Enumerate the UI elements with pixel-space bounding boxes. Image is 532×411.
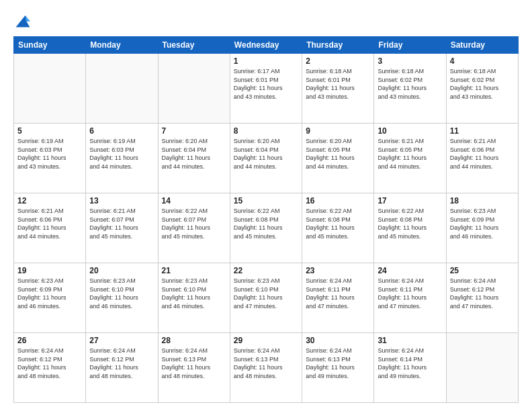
calendar-cell-w2d2: 14Sunrise: 6:22 AM Sunset: 6:07 PM Dayli… — [158, 193, 230, 263]
day-info: Sunrise: 6:21 AM Sunset: 6:05 PM Dayligh… — [378, 137, 442, 171]
calendar-cell-w1d2: 7Sunrise: 6:20 AM Sunset: 6:04 PM Daylig… — [158, 124, 230, 193]
day-number: 28 — [162, 336, 226, 345]
day-info: Sunrise: 6:20 AM Sunset: 6:04 PM Dayligh… — [162, 137, 226, 171]
day-header-thursday: Thursday — [302, 37, 374, 54]
day-info: Sunrise: 6:22 AM Sunset: 6:07 PM Dayligh… — [162, 207, 226, 240]
day-info: Sunrise: 6:22 AM Sunset: 6:08 PM Dayligh… — [378, 207, 442, 240]
day-number: 21 — [162, 266, 226, 275]
day-info: Sunrise: 6:24 AM Sunset: 6:13 PM Dayligh… — [306, 347, 370, 380]
day-header-friday: Friday — [374, 37, 446, 54]
calendar-cell-w3d0: 19Sunrise: 6:23 AM Sunset: 6:09 PM Dayli… — [14, 263, 86, 333]
day-info: Sunrise: 6:22 AM Sunset: 6:08 PM Dayligh… — [234, 207, 298, 240]
page: SundayMondayTuesdayWednesdayThursdayFrid… — [0, 0, 532, 411]
day-number: 23 — [306, 266, 370, 275]
day-number: 18 — [450, 196, 515, 205]
day-info: Sunrise: 6:24 AM Sunset: 6:12 PM Dayligh… — [450, 277, 515, 310]
day-info: Sunrise: 6:23 AM Sunset: 6:09 PM Dayligh… — [17, 277, 82, 310]
week-row-1: 5Sunrise: 6:19 AM Sunset: 6:03 PM Daylig… — [14, 124, 519, 193]
day-info: Sunrise: 6:20 AM Sunset: 6:04 PM Dayligh… — [234, 137, 298, 171]
day-info: Sunrise: 6:24 AM Sunset: 6:14 PM Dayligh… — [378, 347, 442, 380]
calendar-header: SundayMondayTuesdayWednesdayThursdayFrid… — [14, 37, 519, 54]
calendar-cell-w0d5: 3Sunrise: 6:18 AM Sunset: 6:02 PM Daylig… — [374, 54, 446, 124]
calendar-cell-w4d0: 26Sunrise: 6:24 AM Sunset: 6:12 PM Dayli… — [14, 333, 86, 403]
day-number: 9 — [306, 126, 370, 136]
calendar-cell-w3d3: 22Sunrise: 6:23 AM Sunset: 6:10 PM Dayli… — [230, 263, 302, 333]
day-info: Sunrise: 6:18 AM Sunset: 6:02 PM Dayligh… — [378, 67, 442, 101]
day-number: 31 — [378, 336, 442, 345]
calendar-cell-w2d1: 13Sunrise: 6:21 AM Sunset: 6:07 PM Dayli… — [86, 193, 158, 263]
day-number: 16 — [306, 196, 370, 205]
day-number: 24 — [378, 266, 442, 275]
day-number: 30 — [306, 336, 370, 345]
calendar-cell-w0d2 — [158, 54, 230, 124]
day-number: 6 — [89, 126, 154, 136]
calendar-cell-w3d1: 20Sunrise: 6:23 AM Sunset: 6:10 PM Dayli… — [86, 263, 158, 333]
week-row-0: 1Sunrise: 6:17 AM Sunset: 6:01 PM Daylig… — [14, 54, 519, 124]
calendar-cell-w0d3: 1Sunrise: 6:17 AM Sunset: 6:01 PM Daylig… — [230, 54, 302, 124]
day-header-monday: Monday — [86, 37, 158, 54]
day-info: Sunrise: 6:24 AM Sunset: 6:13 PM Dayligh… — [234, 347, 298, 380]
calendar-table: SundayMondayTuesdayWednesdayThursdayFrid… — [13, 36, 519, 403]
logo — [13, 11, 35, 30]
day-info: Sunrise: 6:19 AM Sunset: 6:03 PM Dayligh… — [89, 137, 154, 171]
day-number: 4 — [450, 56, 515, 66]
week-row-4: 26Sunrise: 6:24 AM Sunset: 6:12 PM Dayli… — [14, 333, 519, 403]
header-row: SundayMondayTuesdayWednesdayThursdayFrid… — [14, 37, 519, 54]
day-number: 12 — [17, 196, 82, 205]
day-number: 5 — [17, 126, 82, 136]
calendar-cell-w1d6: 11Sunrise: 6:21 AM Sunset: 6:06 PM Dayli… — [446, 124, 518, 193]
day-number: 1 — [234, 56, 298, 66]
calendar-cell-w1d1: 6Sunrise: 6:19 AM Sunset: 6:03 PM Daylig… — [86, 124, 158, 193]
calendar-cell-w0d0 — [14, 54, 86, 124]
day-number: 27 — [89, 336, 154, 345]
day-info: Sunrise: 6:24 AM Sunset: 6:13 PM Dayligh… — [162, 347, 226, 380]
calendar-cell-w2d5: 17Sunrise: 6:22 AM Sunset: 6:08 PM Dayli… — [374, 193, 446, 263]
day-header-tuesday: Tuesday — [158, 37, 230, 54]
day-number: 14 — [162, 196, 226, 205]
day-info: Sunrise: 6:24 AM Sunset: 6:12 PM Dayligh… — [17, 347, 82, 380]
day-info: Sunrise: 6:23 AM Sunset: 6:10 PM Dayligh… — [162, 277, 226, 310]
week-row-2: 12Sunrise: 6:21 AM Sunset: 6:06 PM Dayli… — [14, 193, 519, 263]
day-number: 11 — [450, 126, 515, 136]
calendar-cell-w2d0: 12Sunrise: 6:21 AM Sunset: 6:06 PM Dayli… — [14, 193, 86, 263]
calendar-cell-w4d6 — [446, 333, 518, 403]
calendar-cell-w1d0: 5Sunrise: 6:19 AM Sunset: 6:03 PM Daylig… — [14, 124, 86, 193]
calendar-cell-w4d2: 28Sunrise: 6:24 AM Sunset: 6:13 PM Dayli… — [158, 333, 230, 403]
day-info: Sunrise: 6:23 AM Sunset: 6:09 PM Dayligh… — [450, 207, 515, 240]
calendar-cell-w3d4: 23Sunrise: 6:24 AM Sunset: 6:11 PM Dayli… — [302, 263, 374, 333]
calendar-cell-w1d3: 8Sunrise: 6:20 AM Sunset: 6:04 PM Daylig… — [230, 124, 302, 193]
day-info: Sunrise: 6:21 AM Sunset: 6:06 PM Dayligh… — [450, 137, 515, 171]
day-number: 17 — [378, 196, 442, 205]
calendar-cell-w0d4: 2Sunrise: 6:18 AM Sunset: 6:01 PM Daylig… — [302, 54, 374, 124]
calendar-cell-w2d6: 18Sunrise: 6:23 AM Sunset: 6:09 PM Dayli… — [446, 193, 518, 263]
day-info: Sunrise: 6:21 AM Sunset: 6:06 PM Dayligh… — [17, 207, 82, 240]
day-number: 15 — [234, 196, 298, 205]
calendar-cell-w3d5: 24Sunrise: 6:24 AM Sunset: 6:11 PM Dayli… — [374, 263, 446, 333]
day-number: 26 — [17, 336, 82, 345]
day-info: Sunrise: 6:17 AM Sunset: 6:01 PM Dayligh… — [234, 67, 298, 101]
day-number: 20 — [89, 266, 154, 275]
header — [13, 11, 519, 30]
day-header-saturday: Saturday — [446, 37, 518, 54]
day-number: 25 — [450, 266, 515, 275]
day-info: Sunrise: 6:18 AM Sunset: 6:01 PM Dayligh… — [306, 67, 370, 101]
day-info: Sunrise: 6:20 AM Sunset: 6:05 PM Dayligh… — [306, 137, 370, 171]
calendar-cell-w4d4: 30Sunrise: 6:24 AM Sunset: 6:13 PM Dayli… — [302, 333, 374, 403]
calendar-cell-w4d3: 29Sunrise: 6:24 AM Sunset: 6:13 PM Dayli… — [230, 333, 302, 403]
day-info: Sunrise: 6:19 AM Sunset: 6:03 PM Dayligh… — [17, 137, 82, 171]
calendar-cell-w1d5: 10Sunrise: 6:21 AM Sunset: 6:05 PM Dayli… — [374, 124, 446, 193]
calendar-cell-w4d1: 27Sunrise: 6:24 AM Sunset: 6:12 PM Dayli… — [86, 333, 158, 403]
day-info: Sunrise: 6:24 AM Sunset: 6:11 PM Dayligh… — [306, 277, 370, 310]
day-number: 13 — [89, 196, 154, 205]
day-header-wednesday: Wednesday — [230, 37, 302, 54]
calendar-cell-w0d6: 4Sunrise: 6:18 AM Sunset: 6:02 PM Daylig… — [446, 54, 518, 124]
calendar-body: 1Sunrise: 6:17 AM Sunset: 6:01 PM Daylig… — [14, 54, 519, 403]
calendar-cell-w2d3: 15Sunrise: 6:22 AM Sunset: 6:08 PM Dayli… — [230, 193, 302, 263]
calendar-cell-w2d4: 16Sunrise: 6:22 AM Sunset: 6:08 PM Dayli… — [302, 193, 374, 263]
day-number: 19 — [17, 266, 82, 275]
day-info: Sunrise: 6:23 AM Sunset: 6:10 PM Dayligh… — [234, 277, 298, 310]
day-number: 10 — [378, 126, 442, 136]
calendar-cell-w3d2: 21Sunrise: 6:23 AM Sunset: 6:10 PM Dayli… — [158, 263, 230, 333]
calendar-cell-w3d6: 25Sunrise: 6:24 AM Sunset: 6:12 PM Dayli… — [446, 263, 518, 333]
day-header-sunday: Sunday — [14, 37, 86, 54]
